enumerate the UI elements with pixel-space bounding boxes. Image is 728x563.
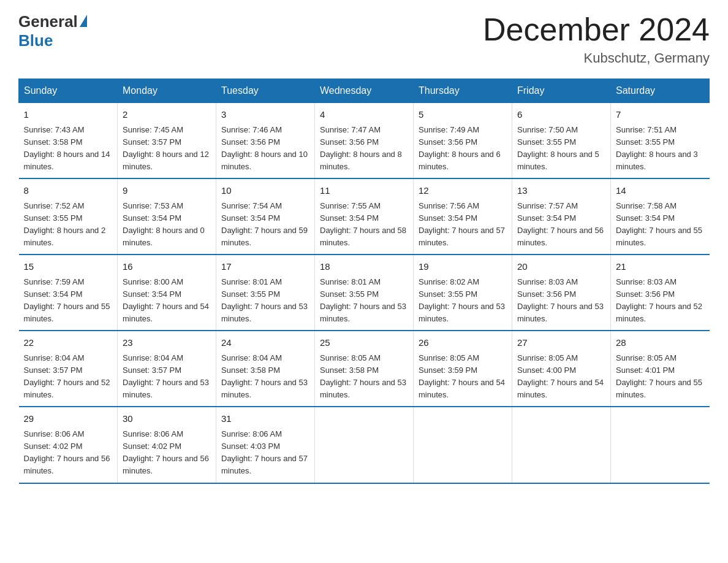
logo-triangle-icon <box>80 15 87 27</box>
day-number: 1 <box>24 108 113 122</box>
day-info: Sunrise: 8:06 AMSunset: 4:03 PMDaylight:… <box>221 428 309 478</box>
header-thursday: Thursday <box>414 79 512 103</box>
day-number: 3 <box>221 108 309 122</box>
day-cell: 7Sunrise: 7:51 AMSunset: 3:55 PMDaylight… <box>611 103 710 179</box>
day-cell: 8Sunrise: 7:52 AMSunset: 3:55 PMDaylight… <box>19 178 118 255</box>
day-number: 25 <box>320 336 408 350</box>
day-cell: 4Sunrise: 7:47 AMSunset: 3:56 PMDaylight… <box>315 103 414 179</box>
day-cell: 2Sunrise: 7:45 AMSunset: 3:57 PMDaylight… <box>118 103 216 179</box>
header-monday: Monday <box>118 79 216 103</box>
day-cell: 28Sunrise: 8:05 AMSunset: 4:01 PMDayligh… <box>611 331 710 407</box>
header-saturday: Saturday <box>611 79 710 103</box>
day-cell: 11Sunrise: 7:55 AMSunset: 3:54 PMDayligh… <box>315 178 414 255</box>
week-row-4: 22Sunrise: 8:04 AMSunset: 3:57 PMDayligh… <box>19 331 710 407</box>
header-wednesday: Wednesday <box>315 79 414 103</box>
day-info: Sunrise: 7:53 AMSunset: 3:54 PMDaylight:… <box>123 200 211 250</box>
day-number: 9 <box>123 184 211 198</box>
day-info: Sunrise: 8:06 AMSunset: 4:02 PMDaylight:… <box>24 428 113 478</box>
day-cell: 23Sunrise: 8:04 AMSunset: 3:57 PMDayligh… <box>118 331 216 407</box>
day-info: Sunrise: 8:05 AMSunset: 4:01 PMDaylight:… <box>616 352 705 402</box>
day-number: 23 <box>123 336 211 350</box>
day-info: Sunrise: 8:04 AMSunset: 3:57 PMDaylight:… <box>123 352 211 402</box>
title-section: December 2024 Kubschutz, Germany <box>483 12 710 66</box>
day-info: Sunrise: 8:03 AMSunset: 3:56 PMDaylight:… <box>517 276 605 326</box>
day-info: Sunrise: 7:46 AMSunset: 3:56 PMDaylight:… <box>221 124 309 174</box>
logo-general: General <box>18 12 87 31</box>
day-cell: 19Sunrise: 8:02 AMSunset: 3:55 PMDayligh… <box>414 255 512 331</box>
header-tuesday: Tuesday <box>216 79 315 103</box>
day-info: Sunrise: 7:50 AMSunset: 3:55 PMDaylight:… <box>517 124 605 174</box>
day-number: 12 <box>419 184 507 198</box>
day-number: 8 <box>24 184 113 198</box>
day-number: 28 <box>616 336 705 350</box>
day-info: Sunrise: 8:01 AMSunset: 3:55 PMDaylight:… <box>320 276 408 326</box>
day-number: 19 <box>419 260 507 274</box>
day-info: Sunrise: 7:55 AMSunset: 3:54 PMDaylight:… <box>320 200 408 250</box>
day-number: 13 <box>517 184 605 198</box>
header-sunday: Sunday <box>19 79 118 103</box>
day-number: 22 <box>24 336 113 350</box>
day-info: Sunrise: 7:56 AMSunset: 3:54 PMDaylight:… <box>419 200 507 250</box>
day-number: 16 <box>123 260 211 274</box>
day-cell: 25Sunrise: 8:05 AMSunset: 3:58 PMDayligh… <box>315 331 414 407</box>
day-cell: 26Sunrise: 8:05 AMSunset: 3:59 PMDayligh… <box>414 331 512 407</box>
day-number: 30 <box>123 412 211 426</box>
day-number: 10 <box>221 184 309 198</box>
day-number: 17 <box>221 260 309 274</box>
day-info: Sunrise: 7:58 AMSunset: 3:54 PMDaylight:… <box>616 200 705 250</box>
day-cell <box>315 407 414 483</box>
header-friday: Friday <box>512 79 611 103</box>
day-number: 21 <box>616 260 705 274</box>
day-cell: 12Sunrise: 7:56 AMSunset: 3:54 PMDayligh… <box>414 178 512 255</box>
calendar-header: Sunday Monday Tuesday Wednesday Thursday… <box>19 79 710 103</box>
day-info: Sunrise: 7:54 AMSunset: 3:54 PMDaylight:… <box>221 200 309 250</box>
logo: General Blue <box>18 12 87 50</box>
day-number: 27 <box>517 336 605 350</box>
day-info: Sunrise: 8:04 AMSunset: 3:57 PMDaylight:… <box>24 352 113 402</box>
location-text: Kubschutz, Germany <box>483 50 710 66</box>
day-cell: 24Sunrise: 8:04 AMSunset: 3:58 PMDayligh… <box>216 331 315 407</box>
day-cell: 1Sunrise: 7:43 AMSunset: 3:58 PMDaylight… <box>19 103 118 179</box>
day-cell: 20Sunrise: 8:03 AMSunset: 3:56 PMDayligh… <box>512 255 611 331</box>
day-info: Sunrise: 7:47 AMSunset: 3:56 PMDaylight:… <box>320 124 408 174</box>
day-info: Sunrise: 8:03 AMSunset: 3:56 PMDaylight:… <box>616 276 705 326</box>
day-cell <box>611 407 710 483</box>
day-number: 18 <box>320 260 408 274</box>
day-info: Sunrise: 7:59 AMSunset: 3:54 PMDaylight:… <box>24 276 113 326</box>
day-cell: 6Sunrise: 7:50 AMSunset: 3:55 PMDaylight… <box>512 103 611 179</box>
day-cell: 17Sunrise: 8:01 AMSunset: 3:55 PMDayligh… <box>216 255 315 331</box>
day-info: Sunrise: 8:02 AMSunset: 3:55 PMDaylight:… <box>419 276 507 326</box>
day-cell: 5Sunrise: 7:49 AMSunset: 3:56 PMDaylight… <box>414 103 512 179</box>
day-cell: 3Sunrise: 7:46 AMSunset: 3:56 PMDaylight… <box>216 103 315 179</box>
day-number: 7 <box>616 108 705 122</box>
page-header: General Blue December 2024 Kubschutz, Ge… <box>18 12 710 66</box>
day-info: Sunrise: 8:01 AMSunset: 3:55 PMDaylight:… <box>221 276 309 326</box>
day-number: 15 <box>24 260 113 274</box>
day-cell: 31Sunrise: 8:06 AMSunset: 4:03 PMDayligh… <box>216 407 315 483</box>
calendar-table: Sunday Monday Tuesday Wednesday Thursday… <box>18 79 710 483</box>
day-info: Sunrise: 7:43 AMSunset: 3:58 PMDaylight:… <box>24 124 113 174</box>
day-number: 14 <box>616 184 705 198</box>
day-number: 20 <box>517 260 605 274</box>
week-row-5: 29Sunrise: 8:06 AMSunset: 4:02 PMDayligh… <box>19 407 710 483</box>
day-number: 29 <box>24 412 113 426</box>
day-cell: 10Sunrise: 7:54 AMSunset: 3:54 PMDayligh… <box>216 178 315 255</box>
day-info: Sunrise: 7:57 AMSunset: 3:54 PMDaylight:… <box>517 200 605 250</box>
day-info: Sunrise: 8:04 AMSunset: 3:58 PMDaylight:… <box>221 352 309 402</box>
month-year-title: December 2024 <box>483 12 710 47</box>
day-number: 11 <box>320 184 408 198</box>
day-cell: 13Sunrise: 7:57 AMSunset: 3:54 PMDayligh… <box>512 178 611 255</box>
week-row-2: 8Sunrise: 7:52 AMSunset: 3:55 PMDaylight… <box>19 178 710 255</box>
day-cell: 27Sunrise: 8:05 AMSunset: 4:00 PMDayligh… <box>512 331 611 407</box>
day-cell: 22Sunrise: 8:04 AMSunset: 3:57 PMDayligh… <box>19 331 118 407</box>
day-info: Sunrise: 7:45 AMSunset: 3:57 PMDaylight:… <box>123 124 211 174</box>
day-cell: 21Sunrise: 8:03 AMSunset: 3:56 PMDayligh… <box>611 255 710 331</box>
day-number: 5 <box>419 108 507 122</box>
day-number: 31 <box>221 412 309 426</box>
day-cell: 29Sunrise: 8:06 AMSunset: 4:02 PMDayligh… <box>19 407 118 483</box>
day-info: Sunrise: 8:05 AMSunset: 3:58 PMDaylight:… <box>320 352 408 402</box>
day-number: 26 <box>419 336 507 350</box>
day-cell <box>414 407 512 483</box>
calendar-body: 1Sunrise: 7:43 AMSunset: 3:58 PMDaylight… <box>19 103 710 483</box>
day-number: 24 <box>221 336 309 350</box>
